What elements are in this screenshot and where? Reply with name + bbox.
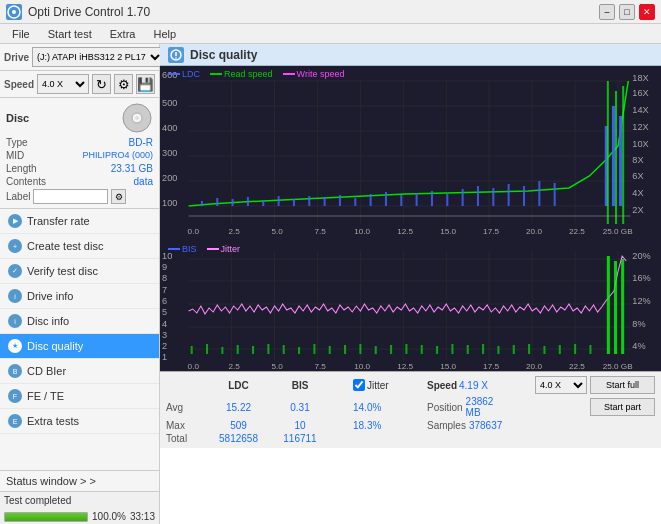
svg-text:20.0: 20.0 xyxy=(526,227,542,236)
start-full-button[interactable]: Start full xyxy=(590,376,655,394)
svg-text:8X: 8X xyxy=(632,155,643,165)
svg-text:100: 100 xyxy=(162,198,177,208)
drive-row: Drive (J:) ATAPI iHBS312 2 PL17 ⏏ xyxy=(0,44,159,71)
svg-text:300: 300 xyxy=(162,148,177,158)
nav-drive-info[interactable]: i Drive info xyxy=(0,284,159,309)
chart-bottom: BIS Jitter 10 9 8 7 6 5 4 3 2 1 xyxy=(160,241,661,371)
close-button[interactable]: ✕ xyxy=(639,4,655,20)
app-title: Opti Drive Control 1.70 xyxy=(28,5,150,19)
speed-save-button[interactable]: 💾 xyxy=(136,74,155,94)
nav-create-test-disc-label: Create test disc xyxy=(27,240,103,252)
nav-list: ▶ Transfer rate + Create test disc ✓ Ver… xyxy=(0,209,159,470)
svg-text:9: 9 xyxy=(162,262,167,272)
svg-rect-58 xyxy=(308,196,310,206)
sidebar: Drive (J:) ATAPI iHBS312 2 PL17 ⏏ Speed … xyxy=(0,44,160,524)
dq-header: Disc quality xyxy=(160,44,661,66)
disc-type-row: Type BD-R xyxy=(6,137,153,148)
main-layout: Drive (J:) ATAPI iHBS312 2 PL17 ⏏ Speed … xyxy=(0,44,661,524)
svg-rect-55 xyxy=(262,200,264,206)
svg-rect-147 xyxy=(543,346,545,354)
fe-te-icon: F xyxy=(8,389,22,403)
create-test-disc-icon: + xyxy=(8,239,22,253)
position-label: Position xyxy=(427,402,463,413)
nav-verify-test-disc-label: Verify test disc xyxy=(27,265,98,277)
svg-text:0.0: 0.0 xyxy=(188,227,200,236)
chart-bottom-legend: BIS Jitter xyxy=(168,244,240,254)
svg-rect-124 xyxy=(191,346,193,354)
speed-refresh-button[interactable]: ↻ xyxy=(92,74,111,94)
svg-text:12.5: 12.5 xyxy=(397,227,413,236)
svg-rect-136 xyxy=(375,346,377,354)
svg-text:4X: 4X xyxy=(632,188,643,198)
nav-disc-quality[interactable]: ★ Disc quality xyxy=(0,334,159,359)
disc-quality-icon: ★ xyxy=(8,339,22,353)
svg-text:7.5: 7.5 xyxy=(314,227,326,236)
result-speed-dropdown[interactable]: 4.0 X xyxy=(535,376,587,394)
svg-rect-59 xyxy=(324,197,326,206)
svg-rect-137 xyxy=(390,345,392,354)
drive-label: Drive xyxy=(4,52,29,63)
nav-verify-test-disc[interactable]: ✓ Verify test disc xyxy=(0,259,159,284)
svg-rect-151 xyxy=(607,256,610,354)
window-controls: – □ ✕ xyxy=(599,4,655,20)
svg-text:10.0: 10.0 xyxy=(354,362,370,371)
chart-top-legend: LDC Read speed Write speed xyxy=(168,69,344,79)
stats-col-bis: BIS xyxy=(275,380,325,391)
disc-length-key: Length xyxy=(6,163,37,174)
speed-dropdown[interactable]: 4.0 X xyxy=(37,74,89,94)
svg-text:2: 2 xyxy=(162,341,167,351)
nav-fe-te[interactable]: F FE / TE xyxy=(0,384,159,409)
minimize-button[interactable]: – xyxy=(599,4,615,20)
stats-col-ldc: LDC xyxy=(206,380,271,391)
maximize-button[interactable]: □ xyxy=(619,4,635,20)
nav-extra-tests[interactable]: E Extra tests xyxy=(0,409,159,434)
svg-rect-149 xyxy=(574,344,576,354)
svg-rect-60 xyxy=(339,195,341,206)
speed-config-button[interactable]: ⚙ xyxy=(114,74,133,94)
nav-transfer-rate[interactable]: ▶ Transfer rate xyxy=(0,209,159,234)
svg-rect-129 xyxy=(267,344,269,354)
speed-buttons-container: 4.0 X Start full xyxy=(501,376,655,394)
svg-rect-66 xyxy=(431,191,433,206)
svg-rect-130 xyxy=(283,345,285,354)
disc-label-button[interactable]: ⚙ xyxy=(111,189,126,204)
svg-rect-132 xyxy=(313,344,315,354)
svg-text:12.5: 12.5 xyxy=(397,362,413,371)
svg-rect-128 xyxy=(252,346,254,354)
stats-max-bis: 10 xyxy=(275,420,325,431)
svg-rect-140 xyxy=(436,346,438,354)
menu-file[interactable]: File xyxy=(4,27,38,41)
svg-text:12X: 12X xyxy=(632,122,648,132)
start-part-container: Start part xyxy=(501,398,655,416)
drive-dropdown[interactable]: (J:) ATAPI iHBS312 2 PL17 xyxy=(32,47,164,67)
svg-text:7.5: 7.5 xyxy=(314,362,326,371)
jitter-checkbox-container: Jitter xyxy=(353,379,423,391)
start-part-button[interactable]: Start part xyxy=(590,398,655,416)
jitter-checkbox[interactable] xyxy=(353,379,365,391)
svg-text:2.5: 2.5 xyxy=(229,227,241,236)
progress-bar-fill xyxy=(5,513,87,521)
disc-info-icon: i xyxy=(8,314,22,328)
progress-percent: 100.0% xyxy=(92,511,126,522)
svg-text:0.0: 0.0 xyxy=(188,362,200,371)
menu-extra[interactable]: Extra xyxy=(102,27,144,41)
nav-create-test-disc[interactable]: + Create test disc xyxy=(0,234,159,259)
menu-help[interactable]: Help xyxy=(145,27,184,41)
nav-disc-info[interactable]: i Disc info xyxy=(0,309,159,334)
svg-text:2X: 2X xyxy=(632,205,643,215)
menu-start-test[interactable]: Start test xyxy=(40,27,100,41)
svg-text:4%: 4% xyxy=(632,341,645,351)
svg-text:25.0 GB: 25.0 GB xyxy=(603,227,633,236)
chart-bottom-svg: 10 9 8 7 6 5 4 3 2 1 20% 16% 12% 8% 4% xyxy=(160,241,661,371)
svg-text:7: 7 xyxy=(162,285,167,295)
legend-bis-color xyxy=(168,248,180,250)
nav-cd-bier[interactable]: B CD BIer xyxy=(0,359,159,384)
disc-label-input[interactable] xyxy=(33,189,108,204)
svg-rect-54 xyxy=(247,197,249,206)
status-window-button[interactable]: Status window > > xyxy=(0,470,159,491)
legend-ldc: LDC xyxy=(168,69,200,79)
stats-total-ldc: 5812658 xyxy=(206,433,271,444)
legend-read-speed-color xyxy=(210,73,222,75)
svg-rect-141 xyxy=(451,344,453,354)
extra-tests-icon: E xyxy=(8,414,22,428)
